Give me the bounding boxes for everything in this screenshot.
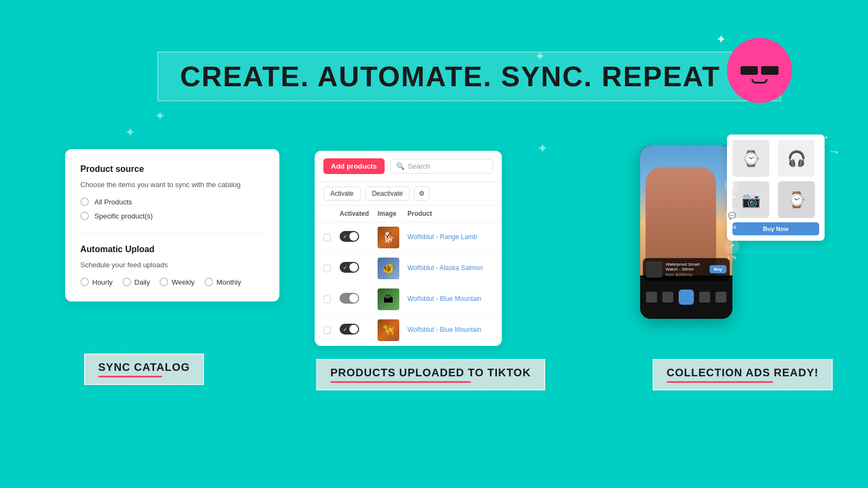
comment-count: 3.6k: [727, 224, 736, 230]
card-divider: [80, 233, 264, 234]
like-circle: ♥: [724, 178, 739, 193]
schedule-label-monthly: Monthly: [216, 278, 241, 286]
product-thumb-2: 🎧: [778, 140, 815, 177]
mascot-mouth: [751, 79, 768, 84]
product-image-2: 🐠: [378, 258, 399, 279]
phone-person-bg: [640, 145, 732, 275]
radio-daily[interactable]: [123, 278, 131, 286]
row-checkbox-2[interactable]: [323, 265, 331, 272]
product-source-options: All Products Specific product(s): [80, 197, 264, 220]
mascot-sunglasses: [741, 66, 778, 75]
product-name-1[interactable]: Wolfsblut - Range Lamb: [407, 233, 493, 242]
phone-mockup: Waterproof Smart Watch - 38mm from $299/…: [640, 145, 732, 319]
table-row: ✓ 🦮 Wolfsblut - Blue Mountain: [315, 315, 502, 346]
table-toolbar: Add products 🔍 Search: [315, 151, 502, 182]
product-name-4[interactable]: Wolfsblut - Blue Mountain: [407, 326, 493, 335]
phone-nav-plus: [679, 290, 694, 305]
mascot-lens-left: [741, 66, 758, 75]
product-image-4: 🦮: [378, 319, 399, 341]
product-source-card: Product source Choose the items you want…: [65, 149, 279, 301]
overlay-product-name: Waterproof Smart Watch - 38mm: [666, 262, 706, 272]
row-checkbox-3[interactable]: [323, 296, 331, 303]
col-activated: Activated: [340, 210, 378, 217]
settings-icon-button[interactable]: ⚙: [414, 187, 430, 201]
comment-icon: 💬 3.6k: [724, 208, 739, 230]
schedule-monthly[interactable]: Monthly: [205, 278, 241, 286]
toggle-checkmark-2: ✓: [343, 265, 347, 271]
toggle-4[interactable]: ✓: [340, 324, 359, 335]
products-table-card: Add products 🔍 Search Activate Deactivat…: [315, 151, 502, 346]
share-count: 1.7k: [727, 255, 736, 260]
col-product: Product: [407, 210, 493, 217]
deactivate-button[interactable]: Deactivate: [365, 187, 410, 201]
schedule-hourly[interactable]: Hourly: [80, 278, 113, 286]
toggle-3[interactable]: [340, 293, 359, 304]
buy-now-button[interactable]: Buy Now: [732, 222, 819, 235]
overlay-product-img: [646, 261, 662, 278]
radio-all-products[interactable]: All Products: [80, 197, 264, 206]
page-title: CREATE. AUTOMATE. SYNC. REPEAT: [180, 62, 720, 91]
phone-nav-inbox: [699, 292, 710, 303]
sparkle-mascot: ✦: [716, 33, 726, 47]
phone-nav-search: [662, 292, 673, 303]
overlay-product-info: Waterproof Smart Watch - 38mm from $299/…: [666, 262, 706, 277]
like-count: 23k: [728, 194, 736, 200]
phone-nav-bar: [640, 275, 732, 319]
phone-nav-profile: [716, 292, 726, 303]
sparkle-deco-2: ✦: [125, 125, 136, 140]
sparkle-deco-3: ✦: [537, 141, 548, 156]
col-image: Image: [378, 210, 407, 217]
row-checkbox-4[interactable]: [323, 326, 331, 334]
mascot-lens-right: [761, 66, 778, 75]
auto-upload-title: Automatic Upload: [80, 245, 264, 254]
search-input-wrap[interactable]: 🔍 Search: [390, 159, 494, 174]
toggle-1[interactable]: ✓: [340, 231, 359, 242]
table-row: 🏔 Wolfsblut - Blue Mountain: [315, 284, 502, 315]
table-actions: Activate Deactivate ⚙: [315, 182, 502, 206]
header-banner: CREATE. AUTOMATE. SYNC. REPEAT: [157, 52, 781, 101]
phone-screen-inner: Waterproof Smart Watch - 38mm from $299/…: [640, 145, 732, 319]
arrow-deco-2: →: [827, 143, 842, 160]
search-icon: 🔍: [396, 162, 405, 170]
add-products-button[interactable]: Add products: [323, 158, 385, 174]
overlay-buy-button[interactable]: Buy: [710, 265, 726, 273]
radio-circle-all[interactable]: [80, 197, 89, 206]
search-placeholder: Search: [408, 162, 430, 170]
collection-ads-card: Waterproof Smart Watch - 38mm from $299/…: [640, 134, 825, 330]
products-tiktok-label: PRODUCTS UPLOADED TO TIKTOK: [316, 359, 545, 390]
mascot-face: [727, 38, 792, 103]
schedule-weekly[interactable]: Weekly: [159, 278, 194, 286]
table-row: ✓ 🐠 Wolfsblut - Alaska Salmon: [315, 253, 502, 284]
radio-weekly[interactable]: [159, 278, 168, 286]
toggle-checkmark-4: ✓: [343, 326, 347, 332]
radio-label-specific: Specific product(s): [94, 212, 153, 220]
radio-specific-products[interactable]: Specific product(s): [80, 211, 264, 220]
mascot-ear-right: [788, 54, 792, 63]
share-circle: ↗: [724, 239, 739, 254]
share-icon: ↗ 1.7k: [724, 239, 739, 260]
product-name-2[interactable]: Wolfsblut - Alaska Salmon: [407, 264, 493, 273]
product-thumb-1: ⌚: [732, 140, 769, 177]
products-tiktok-text: PRODUCTS UPLOADED TO TIKTOK: [330, 367, 531, 378]
auto-upload-subtitle: Schedule your feed uploads: [80, 261, 264, 269]
radio-monthly[interactable]: [205, 278, 213, 286]
product-overlay: Waterproof Smart Watch - 38mm from $299/…: [643, 258, 730, 281]
schedule-daily[interactable]: Daily: [123, 278, 150, 286]
radio-hourly[interactable]: [80, 278, 89, 286]
product-source-title: Product source: [80, 164, 264, 174]
underline-right: [667, 381, 773, 383]
product-image-3: 🏔: [378, 288, 399, 310]
schedule-options: Hourly Daily Weekly Monthly: [80, 278, 264, 286]
product-name-3[interactable]: Wolfsblut - Blue Mountain: [407, 295, 493, 304]
toggle-2[interactable]: ✓: [340, 262, 359, 273]
collection-ads-label: COLLECTION ADS READY!: [653, 359, 833, 390]
activate-button[interactable]: Activate: [323, 187, 361, 201]
schedule-label-hourly: Hourly: [92, 278, 113, 286]
table-row: ✓ 🐕 Wolfsblut - Range Lamb: [315, 222, 502, 253]
underline-middle: [330, 381, 471, 383]
underline-left: [98, 376, 162, 377]
comment-circle: 💬: [724, 208, 739, 223]
radio-circle-specific[interactable]: [80, 211, 89, 220]
row-checkbox-1[interactable]: [323, 234, 331, 241]
product-image-1: 🐕: [378, 227, 399, 248]
